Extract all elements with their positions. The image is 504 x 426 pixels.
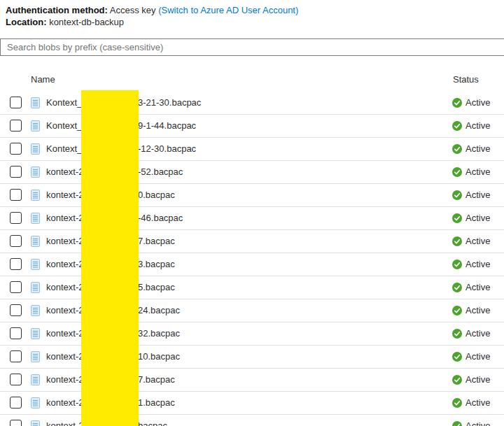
document-icon [31,143,40,155]
blob-name-suffix: 10.bacpac [138,346,180,368]
table-row[interactable]: kontext-232.bacpac Active [0,322,504,346]
row-checkbox[interactable] [10,304,22,316]
document-icon [31,120,40,132]
row-checkbox[interactable] [10,166,22,178]
table-row[interactable]: Kontext_-12-30.bacpac Active [0,138,504,161]
document-icon [31,213,40,224]
table-row[interactable]: kontext-2-52.bacpac Active [0,161,504,184]
document-icon [31,351,40,362]
row-checkbox[interactable] [10,235,22,247]
table-row[interactable]: kontext-20.bacpac Active [0,184,504,207]
status-label: Active [465,299,490,322]
table-row[interactable]: kontext-21.bacpac Active [0,392,504,415]
row-checkbox[interactable] [10,189,22,201]
redaction-overlay [81,90,139,426]
auth-method-line: Authentication method: Access key (Switc… [6,4,298,16]
blob-name-suffix: 0.bacpac [138,184,175,206]
auth-method-label: Authentication method: [6,5,108,15]
active-check-icon [452,167,462,177]
blob-name-suffix: 3-21-30.bacpac [138,92,201,114]
blob-name-suffix: bacpac [138,415,167,426]
active-check-icon [452,213,462,223]
document-icon [31,420,40,426]
column-header-status: Status [453,74,479,85]
row-checkbox[interactable] [10,374,22,385]
blob-list: Kontext_3-21-30.bacpac Active Kontext_9-… [0,92,504,426]
document-icon [31,236,40,247]
column-header-name: Name [31,74,55,85]
active-check-icon [452,375,462,385]
table-row[interactable]: kontext-2bacpac Active [0,415,504,426]
active-check-icon [452,144,462,154]
active-check-icon [452,352,462,362]
status-label: Active [465,138,490,160]
status-label: Active [465,322,490,345]
status-label: Active [465,253,490,276]
document-icon [31,97,40,108]
blob-name-suffix: 32.bacpac [138,322,180,345]
location-label: Location: [6,17,47,27]
status-label: Active [465,346,490,368]
row-checkbox[interactable] [10,327,22,339]
document-icon [31,397,40,409]
row-checkbox[interactable] [10,97,22,108]
row-checkbox[interactable] [10,281,22,293]
panel-header: Authentication method: Access key (Switc… [6,4,298,28]
active-check-icon [452,190,462,200]
row-checkbox[interactable] [10,420,22,426]
blob-name-suffix: 1.bacpac [138,392,175,414]
table-row[interactable]: Kontext_3-21-30.bacpac Active [0,92,504,115]
table-row[interactable]: kontext-23.bacpac Active [0,253,504,276]
table-row[interactable]: kontext-25.bacpac Active [0,276,504,299]
status-label: Active [465,184,490,206]
location-value: kontext-db-backup [49,17,124,27]
table-row[interactable]: kontext-2-46.bacpac Active [0,207,504,230]
table-row[interactable]: kontext-27.bacpac Active [0,230,504,253]
status-label: Active [465,161,490,183]
blob-name-suffix: 3.bacpac [138,253,175,276]
location-line: Location: kontext-db-backup [6,16,298,28]
blob-name-suffix: 24.bacpac [138,299,180,322]
blob-container-panel: Authentication method: Access key (Switc… [0,0,504,426]
auth-method-value: Access key [110,5,156,15]
table-row[interactable]: kontext-224.bacpac Active [0,299,504,322]
blob-name-suffix: -46.bacpac [138,207,183,229]
blob-name-suffix: 5.bacpac [138,276,175,299]
active-check-icon [452,236,462,246]
blob-name-suffix: -52.bacpac [138,161,183,183]
blob-name-suffix: 9-1-44.bacpac [138,115,196,137]
active-check-icon [452,121,462,131]
switch-auth-link[interactable]: (Switch to Azure AD User Account) [158,5,298,15]
active-check-icon [452,306,462,315]
document-icon [31,305,40,316]
document-icon [31,190,40,201]
active-check-icon [452,98,462,108]
row-checkbox[interactable] [10,143,22,155]
document-icon [31,328,40,339]
row-checkbox[interactable] [10,120,22,132]
status-label: Active [465,207,490,229]
blob-name-suffix: 7.bacpac [138,369,175,391]
status-label: Active [465,115,490,137]
active-check-icon [452,283,462,292]
status-label: Active [465,92,490,114]
table-row[interactable]: Kontext_9-1-44.bacpac Active [0,115,504,138]
search-blobs-input[interactable] [0,38,504,56]
document-icon [31,282,40,293]
status-label: Active [465,230,490,253]
row-checkbox[interactable] [10,258,22,270]
row-checkbox[interactable] [10,350,22,362]
active-check-icon [452,421,462,426]
active-check-icon [452,329,462,339]
status-label: Active [465,415,490,426]
status-label: Active [465,369,490,391]
document-icon [31,374,40,385]
table-header: Name Status [0,66,504,92]
document-icon [31,259,40,270]
row-checkbox[interactable] [10,212,22,224]
status-label: Active [465,392,490,414]
active-check-icon [452,260,462,269]
table-row[interactable]: kontext-27.bacpac Active [0,369,504,392]
row-checkbox[interactable] [10,397,22,409]
table-row[interactable]: kontext-210.bacpac Active [0,346,504,369]
